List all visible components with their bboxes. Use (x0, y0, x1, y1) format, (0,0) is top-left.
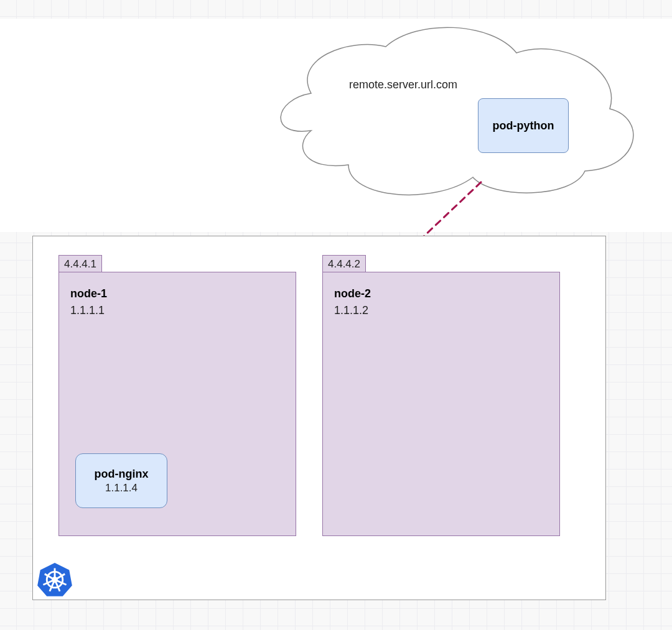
node1-name: node-1 (70, 287, 284, 300)
node2-box: node-2 1.1.1.2 (322, 272, 560, 536)
pod-nginx-box: pod-nginx 1.1.1.4 (75, 453, 167, 508)
pod-nginx-name: pod-nginx (95, 468, 149, 481)
node2-name: node-2 (334, 287, 548, 300)
cloud-label: remote.server.url.com (349, 78, 457, 91)
node1-external-ip: 4.4.4.1 (58, 255, 102, 274)
node2-external-ip: 4.4.4.2 (322, 255, 366, 274)
cloud-pod-name: pod-python (493, 119, 554, 132)
pod-nginx-ip: 1.1.1.4 (105, 482, 138, 494)
paper-background (0, 19, 672, 232)
node1-internal-ip: 1.1.1.1 (70, 304, 284, 317)
cloud-pod: pod-python (478, 98, 569, 153)
node2-internal-ip: 1.1.1.2 (334, 304, 548, 317)
kubernetes-icon (37, 561, 73, 597)
diagram-canvas: remote.server.url.com pod-python 4.4.4.1… (0, 0, 672, 630)
